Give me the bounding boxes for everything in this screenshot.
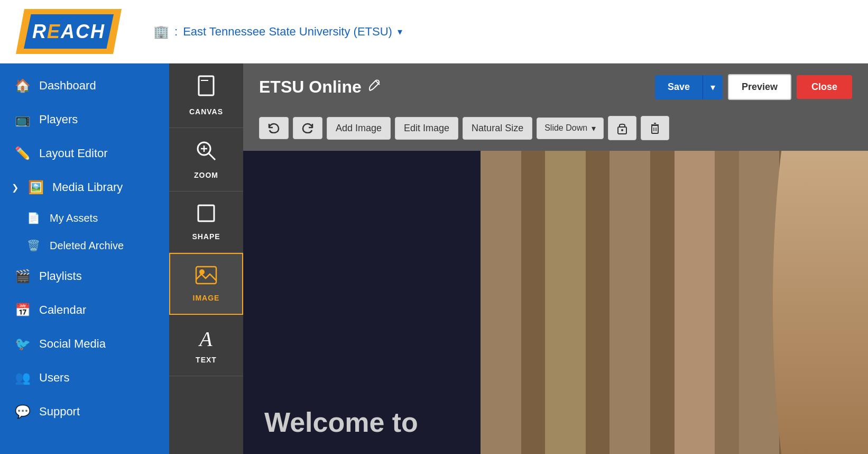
- logo-area: REACH: [16, 9, 153, 54]
- sidebar-label-social-media: Social Media: [39, 337, 106, 351]
- add-image-button[interactable]: Add Image: [327, 117, 391, 140]
- tool-image[interactable]: IMAGE: [169, 253, 243, 315]
- playlists-icon: 🎬: [15, 269, 30, 284]
- canvas-preview-image: Welcome to: [243, 151, 868, 454]
- canvas-title-edit-icon[interactable]: [368, 79, 382, 96]
- svg-point-10: [621, 129, 623, 131]
- svg-rect-7: [196, 267, 216, 284]
- tool-canvas[interactable]: CANVAS: [169, 63, 243, 128]
- tool-text-label: TEXT: [196, 356, 217, 364]
- undo-button[interactable]: [259, 117, 289, 139]
- logo-text: REACH: [32, 21, 105, 43]
- org-chevron-icon[interactable]: ▾: [398, 26, 402, 38]
- tool-zoom-label: ZOOM: [194, 171, 218, 179]
- shape-tool-icon: [196, 203, 216, 228]
- header: REACH 🏢 : East Tennessee State Universit…: [0, 0, 868, 63]
- layout-editor-icon: ✏️: [15, 146, 30, 161]
- save-button[interactable]: Save: [655, 75, 703, 99]
- sidebar-item-my-assets[interactable]: 📄 My Assets: [0, 204, 169, 232]
- tool-canvas-label: CANVAS: [189, 107, 223, 116]
- sidebar-label-support: Support: [39, 405, 80, 419]
- support-icon: 💬: [15, 404, 30, 419]
- sidebar-label-dashboard: Dashboard: [39, 79, 96, 93]
- sidebar-item-dashboard[interactable]: 🏠 Dashboard: [0, 69, 169, 103]
- canvas-title-text: ETSU Online: [259, 77, 362, 97]
- sidebar-item-media-library[interactable]: ❯ 🖼️ Media Library: [0, 170, 169, 204]
- svg-rect-6: [198, 205, 214, 221]
- sidebar-item-social-media[interactable]: 🐦 Social Media: [0, 327, 169, 361]
- canvas-area: ETSU Online Save ▾ Preview Close: [243, 63, 868, 454]
- close-button[interactable]: Close: [797, 75, 852, 99]
- canvas-tool-icon: [196, 75, 217, 103]
- tool-zoom[interactable]: ZOOM: [169, 128, 243, 192]
- stripe-3: [545, 151, 585, 454]
- transition-dropdown[interactable]: Slide Down ▾: [537, 117, 604, 139]
- social-media-icon: 🐦: [15, 337, 30, 351]
- svg-rect-11: [652, 125, 658, 133]
- players-icon: 📺: [15, 112, 30, 127]
- edit-image-button[interactable]: Edit Image: [395, 117, 458, 140]
- sidebar-label-calendar: Calendar: [39, 303, 86, 317]
- delete-button[interactable]: [641, 116, 669, 140]
- svg-rect-0: [199, 76, 214, 95]
- text-tool-icon: A: [199, 326, 213, 351]
- canvas-title-container: ETSU Online: [259, 77, 382, 97]
- sidebar-item-users[interactable]: 👥 Users: [0, 361, 169, 395]
- sidebar-label-players: Players: [39, 113, 78, 126]
- lock-button[interactable]: [608, 116, 636, 140]
- sidebar-item-players[interactable]: 📺 Players: [0, 103, 169, 137]
- tool-image-label: IMAGE: [193, 294, 220, 302]
- sidebar-item-layout-editor[interactable]: ✏️ Layout Editor: [0, 137, 169, 170]
- natural-size-button[interactable]: Natural Size: [463, 117, 532, 140]
- sidebar: 🏠 Dashboard 📺 Players ✏️ Layout Editor ❯…: [0, 63, 169, 454]
- sidebar-label-my-assets: My Assets: [50, 212, 98, 224]
- main-layout: 🏠 Dashboard 📺 Players ✏️ Layout Editor ❯…: [0, 63, 868, 454]
- transition-chevron-icon: ▾: [592, 123, 596, 133]
- org-separator: :: [174, 25, 178, 39]
- users-icon: 👥: [15, 370, 30, 385]
- save-dropdown-button[interactable]: ▾: [703, 75, 723, 99]
- stripe-8: [715, 151, 739, 454]
- sidebar-item-playlists[interactable]: 🎬 Playlists: [0, 259, 169, 293]
- stripe-2: [521, 151, 546, 454]
- logo: REACH: [16, 9, 122, 54]
- preview-left-panel: Welcome to: [243, 151, 481, 454]
- sidebar-item-support[interactable]: 💬 Support: [0, 395, 169, 429]
- preview-right-panel: [481, 151, 868, 454]
- deleted-archive-icon: 🗑️: [26, 239, 40, 252]
- sidebar-label-users: Users: [39, 371, 69, 385]
- image-tool-icon: [195, 266, 217, 289]
- sidebar-label-media-library: Media Library: [52, 180, 123, 194]
- sidebar-item-calendar[interactable]: 📅 Calendar: [0, 293, 169, 327]
- sidebar-label-playlists: Playlists: [39, 269, 82, 283]
- my-assets-icon: 📄: [26, 212, 40, 224]
- save-button-group: Save ▾: [655, 75, 723, 99]
- svg-line-3: [209, 153, 215, 160]
- canvas-toolbar: Add Image Edit Image Natural Size Slide …: [243, 111, 868, 151]
- calendar-icon: 📅: [15, 303, 30, 317]
- person-silhouette: [762, 151, 868, 454]
- sidebar-item-deleted-archive[interactable]: 🗑️ Deleted Archive: [0, 232, 169, 259]
- canvas-content: Welcome to: [243, 151, 868, 454]
- dashboard-icon: 🏠: [15, 78, 30, 93]
- stripe-7: [675, 151, 715, 454]
- tool-text[interactable]: A TEXT: [169, 315, 243, 376]
- transition-value: Slide Down: [544, 123, 587, 133]
- sidebar-label-deleted-archive: Deleted Archive: [50, 240, 124, 252]
- preview-button[interactable]: Preview: [728, 74, 791, 100]
- tool-shape-label: SHAPE: [192, 232, 220, 241]
- media-library-chevron-icon: ❯: [12, 183, 19, 193]
- redo-button[interactable]: [293, 117, 322, 139]
- preview-welcome-text: Welcome to: [264, 406, 418, 438]
- header-org[interactable]: 🏢 : East Tennessee State University (ETS…: [153, 24, 402, 39]
- sidebar-label-layout-editor: Layout Editor: [39, 147, 108, 160]
- media-library-icon: 🖼️: [28, 180, 43, 195]
- tool-shape[interactable]: SHAPE: [169, 192, 243, 253]
- org-building-icon: 🏢: [153, 24, 169, 39]
- stripe-4: [586, 151, 610, 454]
- org-name[interactable]: East Tennessee State University (ETSU): [183, 25, 392, 39]
- stripe-1: [481, 151, 521, 454]
- tool-panel: CANVAS ZOOM SHAPE: [169, 63, 243, 454]
- zoom-tool-icon: [195, 140, 217, 167]
- canvas-header-actions: Save ▾ Preview Close: [655, 74, 852, 100]
